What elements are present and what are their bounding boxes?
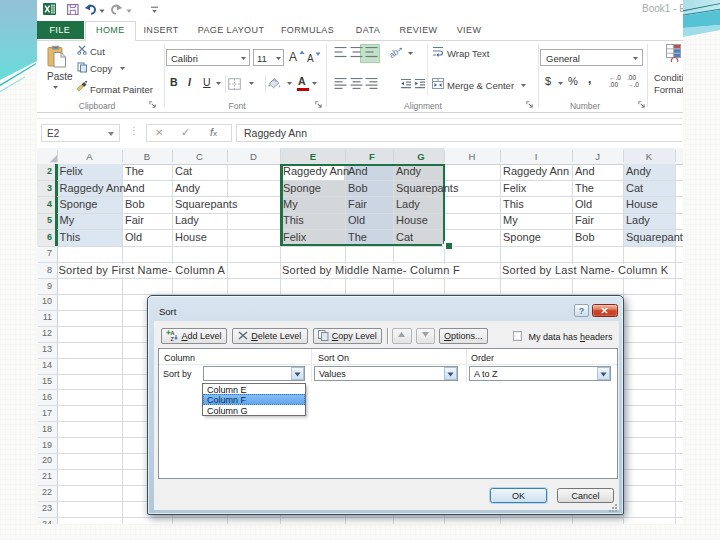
svg-text:Z: Z [171,335,175,341]
svg-text:ab: ab [390,46,401,58]
